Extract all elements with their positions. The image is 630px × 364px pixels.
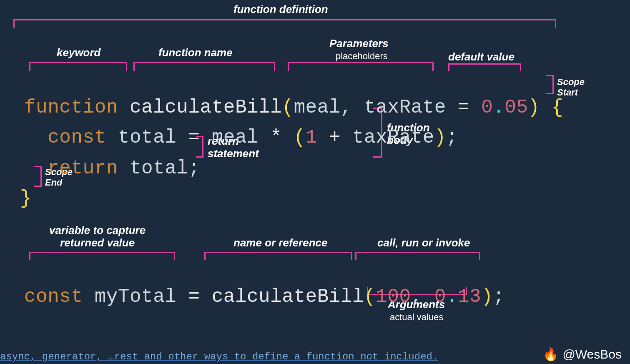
token-eq: =	[458, 97, 481, 118]
code-line-5: const myTotal = calculateBill(100, 0.13)…	[24, 264, 505, 308]
token-fn-ref: calculateBill	[212, 286, 364, 308]
bracket-function-name	[133, 62, 275, 71]
token-arg-0: 0	[434, 286, 446, 308]
fire-icon: 🔥	[543, 347, 558, 361]
token-arg-13: 13	[458, 286, 481, 308]
label-call-run-invoke: call, run or invoke	[377, 237, 470, 249]
token-mytotal: myTotal	[95, 286, 188, 308]
token-eq5: =	[188, 286, 211, 308]
bracket-name-or-ref	[204, 252, 352, 260]
token-arg-100: 100	[376, 286, 411, 308]
label-parameters: Parameters	[329, 38, 389, 50]
token-keyword-return: return	[48, 158, 130, 179]
token-plus: +	[329, 127, 352, 148]
label-keyword: keyword	[57, 47, 101, 59]
token-lparen5: (	[364, 286, 376, 308]
credit: 🔥 @WesBos	[543, 347, 622, 361]
sublabel-placeholders: placeholders	[336, 51, 388, 62]
bracket-keyword	[29, 62, 127, 71]
label-default-value: default value	[448, 51, 515, 63]
label-var-capture: variable to capture returned value	[49, 224, 146, 249]
sublabel-actual-values: actual values	[390, 312, 443, 323]
bracket-var-capture	[29, 252, 175, 260]
bracket-function-definition	[13, 19, 556, 28]
token-semi5: ;	[493, 286, 505, 308]
token-rparen5: )	[481, 286, 493, 308]
bracket-parameters	[288, 62, 434, 71]
token-rparen2: )	[434, 127, 446, 148]
token-keyword-const2: const	[24, 286, 95, 308]
token-dot5: .	[446, 286, 458, 308]
credit-handle: @WesBos	[562, 347, 622, 361]
bracket-default-value	[448, 63, 521, 71]
token-num-0: 0	[481, 97, 493, 118]
code-line-3: return total;	[24, 136, 200, 179]
token-brace-close: }	[20, 188, 32, 209]
token-total2: total	[130, 158, 188, 179]
label-function-definition: function definition	[233, 3, 328, 16]
token-taxrate: taxRate	[352, 127, 434, 148]
token-dot: .	[493, 97, 505, 118]
code-line-4: }	[20, 166, 32, 209]
label-function-name: function name	[158, 47, 233, 59]
token-comma5: ,	[411, 286, 434, 308]
token-meal: meal	[212, 127, 271, 148]
token-semi3: ;	[188, 158, 200, 179]
token-semi: ;	[446, 127, 458, 148]
token-lparen2: (	[294, 127, 305, 148]
footnote-link[interactable]: async, generator, …rest and other ways t…	[0, 351, 438, 362]
token-brace-open: {	[552, 97, 563, 118]
bracket-call	[355, 252, 480, 260]
token-num-1: 1	[306, 127, 329, 148]
label-name-or-reference: name or reference	[233, 237, 327, 249]
token-star: *	[270, 127, 294, 148]
token-rparen: )	[528, 97, 552, 118]
token-num-05: 05	[505, 97, 528, 118]
